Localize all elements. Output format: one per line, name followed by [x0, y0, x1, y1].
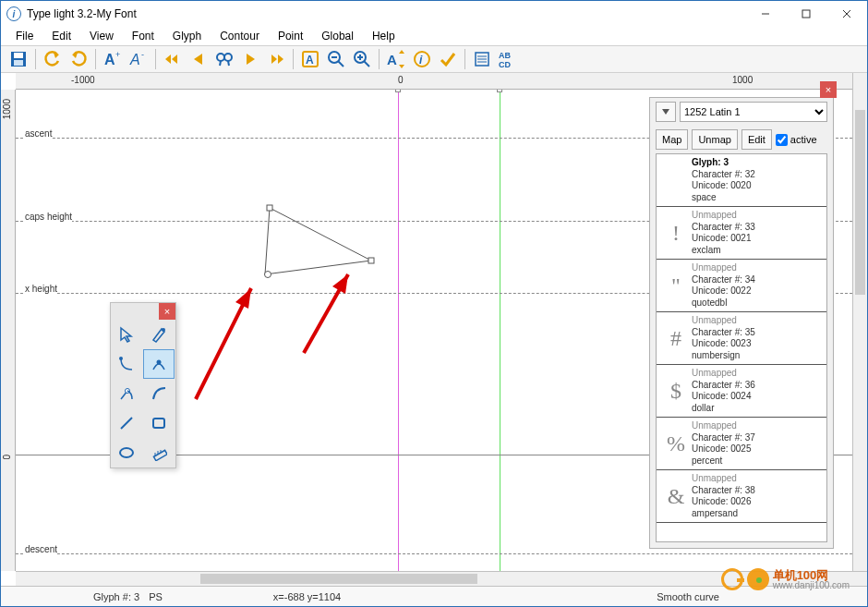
zoom-out-button[interactable]: [324, 47, 348, 71]
scrollbar-thumb[interactable]: [200, 574, 477, 584]
watermark-url: www.danji100.com: [773, 581, 850, 590]
glyph-item[interactable]: # Unmapped Character #: 35 Unicode: 0023…: [657, 312, 826, 365]
ascent-label: ascent: [25, 128, 52, 139]
menu-contour[interactable]: Contour: [211, 28, 269, 44]
status-mode: Smooth curve: [657, 591, 719, 602]
corner-tool[interactable]: [111, 349, 142, 379]
find-button[interactable]: [212, 47, 236, 71]
list-button[interactable]: [470, 47, 494, 71]
guide-handle[interactable]: [395, 90, 401, 92]
unmap-button[interactable]: Unmap: [692, 129, 737, 150]
svg-point-52: [162, 328, 165, 332]
svg-marker-22: [278, 55, 283, 64]
menu-glyph[interactable]: Glyph: [163, 28, 211, 44]
encoding-select[interactable]: 1252 Latin 1: [680, 102, 827, 122]
workspace: -1000 0 1000 1000 0 ascent caps height x…: [1, 73, 867, 586]
glyph-item[interactable]: " Unmapped Character #: 34 Unicode: 0022…: [657, 260, 826, 312]
minimize-button[interactable]: [745, 1, 786, 27]
glyph-charno: Character #: 36: [692, 380, 755, 390]
tools-palette[interactable]: ×: [110, 302, 176, 468]
smooth-tool[interactable]: [143, 349, 175, 379]
save-button[interactable]: [6, 47, 30, 71]
edit-button[interactable]: Edit: [741, 129, 772, 150]
toolbar: A+ A- A A i ABCD: [1, 45, 867, 73]
svg-marker-15: [194, 54, 202, 65]
glyph-name: space: [692, 192, 717, 202]
svg-marker-21: [271, 55, 277, 64]
watermark-icon: [721, 568, 743, 590]
glyph-list[interactable]: Glyph: 3 Character #: 32 Unicode: 0020 s…: [656, 153, 827, 542]
next-button[interactable]: [238, 47, 262, 71]
ruler-h-tick: 0: [398, 75, 404, 85]
svg-rect-1: [802, 10, 810, 18]
rect-tool[interactable]: [143, 408, 175, 438]
origin-line: [398, 90, 399, 571]
app-icon: i: [6, 6, 21, 21]
glyph-a-button[interactable]: A: [298, 47, 322, 71]
ruler-vertical[interactable]: 1000 0: [1, 90, 16, 571]
svg-marker-51: [121, 328, 131, 342]
glyph-item[interactable]: % Unmapped Character #: 37 Unicode: 0025…: [657, 418, 826, 470]
font-smaller-button[interactable]: A-: [127, 47, 151, 71]
svg-rect-6: [14, 60, 23, 66]
ellipse-tool[interactable]: [111, 438, 142, 467]
svg-line-18: [220, 61, 221, 66]
pointer-tool[interactable]: [111, 320, 142, 349]
svg-point-16: [217, 54, 224, 61]
glyph-item[interactable]: & Unmapped Character #: 38 Unicode: 0026…: [657, 470, 826, 523]
close-button[interactable]: [826, 1, 867, 27]
map-button[interactable]: Map: [656, 129, 688, 150]
descent-label: descent: [25, 544, 57, 554]
guide-handle[interactable]: [497, 90, 502, 92]
check-button[interactable]: [436, 47, 460, 71]
first-button[interactable]: [161, 47, 185, 71]
redo-button[interactable]: [66, 47, 90, 71]
glyph-item[interactable]: $ Unmapped Character #: 36 Unicode: 0024…: [657, 365, 826, 418]
menu-point[interactable]: Point: [269, 28, 312, 44]
glyph-charno: Character #: 37: [692, 432, 755, 443]
glyph-panel: × 1252 Latin 1 Map Unmap Edit active Gly…: [649, 97, 834, 549]
info-button[interactable]: i: [410, 47, 434, 71]
maximize-button[interactable]: [786, 1, 826, 27]
status-coords: x=-688 y=1104: [273, 591, 341, 602]
status-ps: PS: [149, 591, 163, 602]
pen-tool[interactable]: [143, 320, 175, 349]
measure-tool[interactable]: [143, 438, 175, 467]
ruler-v-tick: 1000: [2, 99, 12, 119]
annotation-arrow: [293, 265, 367, 367]
tools-close-button[interactable]: ×: [159, 303, 175, 320]
menu-edit[interactable]: Edit: [42, 28, 80, 44]
scrollbar-thumb[interactable]: [855, 110, 865, 295]
encoding-dropdown-button[interactable]: [656, 102, 676, 122]
glyph-unicode: Unicode: 0020: [692, 180, 752, 190]
font-larger-button[interactable]: A+: [101, 47, 125, 71]
menu-file[interactable]: File: [6, 28, 42, 44]
undo-button[interactable]: [41, 47, 65, 71]
glyph-unicode: Unicode: 0022: [692, 285, 752, 296]
svg-marker-64: [662, 109, 669, 115]
menu-font[interactable]: Font: [123, 28, 163, 44]
scrollbar-vertical[interactable]: [852, 73, 867, 571]
svg-line-19: [228, 61, 229, 66]
line-tool[interactable]: [111, 408, 142, 438]
active-checkbox[interactable]: active: [776, 134, 817, 146]
panel-close-button[interactable]: ×: [820, 81, 837, 98]
tangent-tool[interactable]: [111, 379, 142, 408]
zoom-in-button[interactable]: [350, 47, 374, 71]
glyph-item[interactable]: ! Unmapped Character #: 33 Unicode: 0021…: [657, 207, 826, 260]
prev-button[interactable]: [187, 47, 211, 71]
menu-view[interactable]: View: [80, 28, 123, 44]
status-glyph: Glyph #: 3: [93, 591, 139, 602]
last-button[interactable]: [264, 47, 288, 71]
grid-button[interactable]: ABCD: [496, 47, 520, 71]
glyph-item[interactable]: Glyph: 3 Character #: 32 Unicode: 0020 s…: [657, 154, 826, 207]
curve-tool[interactable]: [143, 379, 175, 408]
glyph-unmapped: Unmapped: [692, 368, 737, 378]
transform-button[interactable]: A: [384, 47, 408, 71]
menu-global[interactable]: Global: [312, 28, 363, 44]
menubar: File Edit View Font Glyph Contour Point …: [1, 27, 867, 45]
menu-help[interactable]: Help: [363, 28, 404, 44]
glyph-charno: Character #: 38: [692, 485, 755, 495]
watermark: 单机100网 www.danji100.com: [721, 568, 850, 590]
advance-line: [500, 90, 500, 571]
